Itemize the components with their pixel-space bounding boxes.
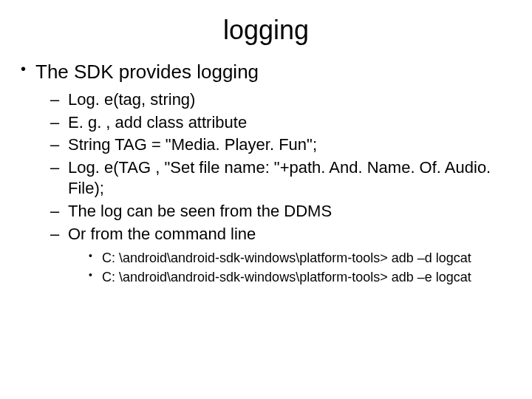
bullet-text: String TAG = "Media. Player. Fun";: [68, 135, 317, 154]
list-item: Or from the command line C: \android\and…: [50, 224, 517, 287]
bullet-text: Log. e(tag, string): [68, 90, 195, 109]
bullet-text: E. g. , add class attribute: [68, 113, 247, 132]
list-item: Log. e(tag, string): [50, 89, 517, 111]
slide-content: The SDK provides logging Log. e(tag, str…: [0, 53, 532, 287]
list-item: The log can be seen from the DDMS: [50, 201, 517, 222]
bullet-text: The SDK provides logging: [35, 61, 259, 83]
bullet-text: The log can be seen from the DDMS: [68, 202, 332, 220]
list-item: Log. e(TAG , "Set file name: "+path. And…: [50, 157, 517, 200]
slide: logging The SDK provides logging Log. e(…: [0, 0, 532, 399]
slide-title: logging: [0, 0, 532, 53]
list-item: E. g. , add class attribute: [50, 112, 517, 134]
bullet-list-level1: The SDK provides logging Log. e(tag, str…: [15, 61, 517, 287]
bullet-text: Or from the command line: [68, 225, 256, 243]
bullet-list-level3: C: \android\android-sdk-windows\platform…: [68, 249, 517, 287]
list-item: The SDK provides logging Log. e(tag, str…: [15, 61, 517, 287]
bullet-list-level2: Log. e(tag, string) E. g. , add class at…: [35, 89, 517, 287]
bullet-text: C: \android\android-sdk-windows\platform…: [102, 270, 471, 284]
bullet-text: Log. e(TAG , "Set file name: "+path. And…: [68, 158, 491, 198]
list-item: C: \android\android-sdk-windows\platform…: [89, 249, 517, 267]
list-item: String TAG = "Media. Player. Fun";: [50, 134, 517, 156]
bullet-text: C: \android\android-sdk-windows\platform…: [102, 250, 471, 265]
list-item: C: \android\android-sdk-windows\platform…: [89, 268, 517, 286]
